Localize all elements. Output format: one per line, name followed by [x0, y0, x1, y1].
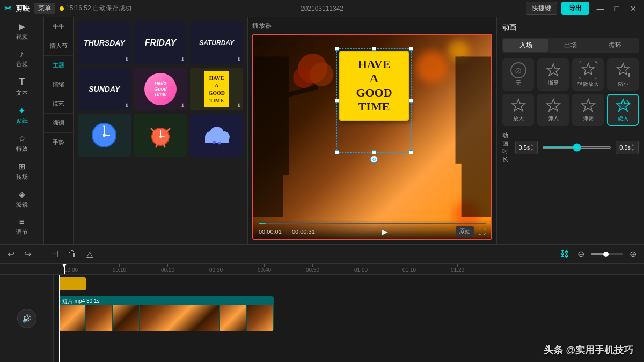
time-current: 00:00:01	[259, 228, 282, 235]
tool-text[interactable]: T 文本	[0, 72, 43, 101]
handle-bottom-left[interactable]	[335, 150, 339, 154]
sticker-alarm[interactable]	[134, 114, 187, 157]
handle-bottom-right[interactable]	[409, 150, 413, 154]
minimize-button[interactable]: —	[594, 4, 608, 13]
duration-input-1[interactable]: 0.5s ▲ ▼	[515, 141, 538, 154]
rotate-handle[interactable]: ↻	[370, 156, 378, 163]
timeline-tracks: 🔊 短片.mp4 30.1s	[0, 275, 644, 362]
sticker-sunday[interactable]: SUNDAY ⬇	[78, 68, 131, 110]
handle-top-left[interactable]	[335, 47, 339, 51]
zoom-in-button[interactable]: ⊕	[627, 248, 639, 260]
selection-box: ↻	[336, 48, 412, 153]
svg-point-18	[218, 142, 221, 145]
anim-spring-label: 弹簧	[583, 115, 594, 122]
tool-audio[interactable]: ♪ 音频	[0, 45, 43, 72]
anim-spring[interactable]: 弹簧	[572, 94, 604, 126]
mark-10: 00:10	[113, 264, 126, 273]
tool-effects[interactable]: ☆ 特效	[0, 129, 43, 157]
svg-rect-21	[277, 56, 289, 175]
tool-transitions[interactable]: ⊞ 转场	[0, 157, 43, 185]
progress-fill	[259, 223, 266, 224]
sticker-panel: 牛牛 情人节 主题 情绪 综艺 强调 手势 THURSDAY ⬇ FRIDAY …	[44, 17, 248, 244]
shortcut-button[interactable]: 快捷键	[526, 2, 557, 15]
handle-bottom-mid[interactable]	[372, 150, 376, 154]
cat-emotion[interactable]: 情绪	[44, 75, 73, 94]
anim-fade[interactable]: 渐显	[537, 58, 569, 91]
original-badge: 原始	[456, 226, 474, 237]
thumb-7	[220, 305, 247, 331]
sticker-friday[interactable]: FRIDAY ⬇	[134, 21, 187, 64]
menu-button[interactable]: 菜单	[34, 3, 55, 14]
anim-none[interactable]: ⊘ 无	[502, 58, 534, 91]
duration-arrows-1[interactable]: ▲ ▼	[530, 143, 534, 152]
svg-marker-29	[582, 63, 594, 75]
download-icon: ⬇	[125, 56, 129, 62]
zoom-out-button[interactable]: ⊖	[575, 248, 587, 260]
cloud-svg	[201, 122, 233, 149]
cat-variety[interactable]: 综艺	[44, 94, 73, 114]
tool-adjust[interactable]: ≡ 调节	[0, 213, 43, 240]
duration-input-2[interactable]: 0.5s ▲ ▼	[616, 141, 639, 154]
mirror-button[interactable]: △	[84, 248, 95, 260]
tab-loop[interactable]: 循环	[593, 39, 638, 52]
preview-label: 播放器	[252, 21, 492, 31]
delete-button[interactable]: 🗑	[66, 248, 79, 260]
export-button[interactable]: 导出	[561, 2, 589, 15]
tool-filter[interactable]: ◈ 滤镜	[0, 185, 43, 213]
handle-mid-left[interactable]	[335, 99, 339, 103]
shrink-icon: ⬇	[614, 61, 632, 79]
handle-mid-right[interactable]	[409, 99, 413, 103]
cat-theme[interactable]: 主题	[44, 56, 73, 75]
animation-tabs: 入场 出场 循环	[502, 38, 639, 53]
maximize-button[interactable]: □	[612, 4, 623, 13]
cat-gesture[interactable]: 手势	[44, 133, 73, 152]
sticker-saturday[interactable]: SATURDAY ⬇	[190, 21, 243, 64]
panel-title: 动画	[502, 23, 639, 32]
undo-button[interactable]: ↩	[5, 248, 17, 260]
tool-video[interactable]: ▶ 视频	[0, 17, 43, 45]
split-button[interactable]: ⊣	[49, 248, 61, 260]
animation-panel: 动画 入场 出场 循环 ⊘ 无 渐显	[496, 17, 644, 244]
fullscreen-button[interactable]: ⛶	[478, 227, 486, 236]
svg-marker-33	[582, 99, 595, 111]
anim-shrink[interactable]: ⬇ 缩小	[607, 58, 639, 91]
anim-zoom-light[interactable]: ↗ ↖ ↘ ↙ 轻微放大	[572, 58, 604, 91]
svg-line-9	[151, 129, 154, 131]
thumb-2	[86, 305, 113, 331]
link-button[interactable]: ⛓	[558, 248, 571, 260]
progress-bar[interactable]	[259, 223, 486, 224]
audio-icon: ♪	[20, 49, 24, 59]
tab-exit[interactable]: 出场	[548, 39, 592, 52]
clock-svg	[91, 122, 118, 149]
tab-enter[interactable]: 入场	[503, 39, 548, 52]
sticker-clock[interactable]	[78, 114, 131, 157]
sticker-have[interactable]: HAVEAGOODTIME ⬇	[190, 68, 243, 110]
duration-arrows-2[interactable]: ▲ ▼	[631, 143, 635, 152]
enlarge-icon	[510, 98, 526, 114]
sticker-thursday[interactable]: THURSDAY ⬇	[78, 21, 131, 64]
anim-bounce[interactable]: 弹入	[537, 94, 569, 126]
sticker-cloud[interactable]	[190, 114, 243, 157]
filter-icon: ◈	[19, 189, 25, 200]
svg-rect-16	[205, 137, 229, 143]
transitions-icon: ⊞	[18, 161, 25, 172]
volume-button[interactable]: 🔊	[17, 309, 36, 328]
tool-sticker[interactable]: ✦ 贴纸	[0, 101, 43, 129]
anim-rotate[interactable]: 旋入	[607, 94, 639, 126]
sticker-track[interactable]	[59, 277, 86, 290]
duration-slider[interactable]	[542, 146, 611, 149]
cat-valentines[interactable]: 情人节	[44, 36, 73, 56]
video-track[interactable]: 短片.mp4 30.1s	[59, 296, 274, 331]
preview-area: 播放器 HAVE	[248, 17, 496, 244]
close-button[interactable]: ✕	[627, 4, 640, 13]
anim-enlarge[interactable]: 放大	[502, 94, 534, 126]
handle-top-right[interactable]	[409, 47, 413, 51]
zoom-slider[interactable]	[591, 253, 623, 255]
redo-button[interactable]: ↪	[22, 248, 33, 260]
adjust-icon: ≡	[19, 217, 24, 227]
play-button[interactable]: ▶	[382, 227, 388, 236]
sticker-hello[interactable]: HelloGoodTime! ⬇	[134, 68, 187, 110]
cat-cow[interactable]: 牛牛	[44, 17, 73, 36]
handle-top-mid[interactable]	[372, 47, 376, 51]
cat-emphasis[interactable]: 强调	[44, 114, 73, 133]
